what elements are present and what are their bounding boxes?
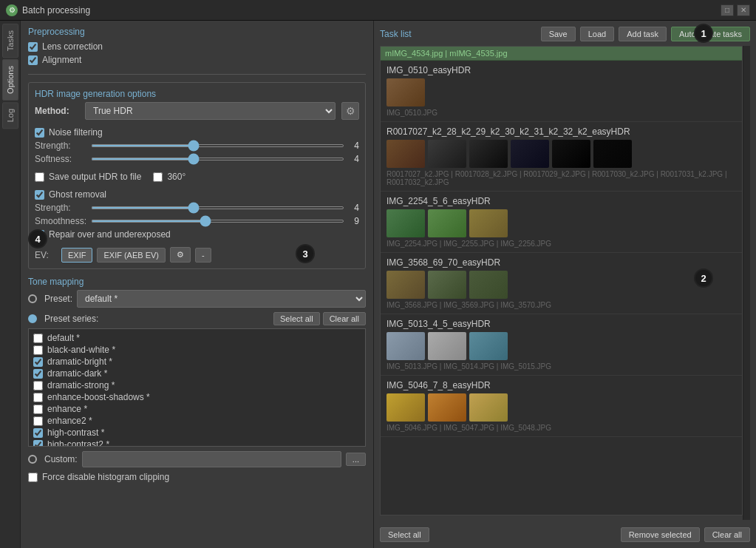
task-item-3[interactable]: IMG_2254_5_6_easyHDR IMG_2254.JPG | IMG_…: [381, 192, 742, 253]
force-row: Force disable histogram clipping: [28, 472, 366, 482]
ev-minus-button[interactable]: -: [195, 248, 211, 263]
preset-select[interactable]: default *: [77, 290, 366, 308]
method-select[interactable]: True HDR Exposure Fusion HDR + TM: [85, 102, 336, 120]
preset-dramatic-strong-label: dramatic-strong *: [47, 380, 115, 390]
window-title: Batch processing: [22, 5, 90, 16]
noise-filtering-row: Noise filtering: [35, 126, 359, 139]
preset-item-dramatic-bright: dramatic-bright *: [32, 356, 362, 368]
task-5-thumb-1: [386, 332, 425, 360]
ghost-strength-slider[interactable]: [91, 206, 344, 209]
remove-selected-button[interactable]: Remove selected: [621, 527, 700, 542]
preset-item-bw: black-and-white *: [32, 344, 362, 356]
preset-default-label: default *: [47, 333, 80, 343]
preset-enhance-checkbox[interactable]: [33, 405, 43, 414]
preset-enhance-boost-checkbox[interactable]: [33, 393, 43, 402]
load-button[interactable]: Load: [580, 27, 614, 41]
noise-softness-value: 4: [349, 154, 359, 164]
360-label: 360°: [167, 172, 185, 182]
preset-clear-all-button[interactable]: Clear all: [323, 312, 366, 325]
lens-correction-row: Lens correction: [28, 40, 366, 53]
close-button[interactable]: ✕: [737, 4, 750, 16]
task-item-4[interactable]: IMG_3568_69_70_easyHDR IMG_3568.JPG | IM…: [381, 253, 742, 314]
task-3-thumb-3: [469, 209, 508, 237]
auto-create-tasks-button[interactable]: Auto create tasks: [671, 27, 750, 41]
preset-dramatic-strong-checkbox[interactable]: [33, 381, 43, 390]
task-2-thumb-4: [511, 140, 549, 168]
custom-input[interactable]: [82, 451, 341, 467]
task-item-2[interactable]: R0017027_k2_28_k2_29_k2_30_k2_31_k2_32_k…: [381, 122, 742, 192]
360-checkbox[interactable]: [153, 172, 163, 182]
preset-dramatic-bright-checkbox[interactable]: [33, 357, 43, 367]
ghost-smoothness-slider[interactable]: [91, 220, 344, 223]
ev-exif-aeb-button[interactable]: EXIF (AEB EV): [97, 248, 166, 263]
alignment-checkbox[interactable]: [28, 55, 38, 65]
method-label: Method:: [35, 106, 79, 116]
custom-browse-button[interactable]: ...: [346, 453, 366, 466]
ev-settings-button[interactable]: ⚙: [170, 247, 191, 263]
task-4-thumb-3: [469, 271, 508, 299]
noise-softness-row: Softness: 4: [35, 152, 359, 166]
method-settings-button[interactable]: ⚙: [341, 102, 359, 120]
task-item-1[interactable]: IMG_0510_easyHDR IMG_0510.JPG: [381, 61, 742, 122]
noise-softness-slider[interactable]: [91, 158, 344, 160]
task-item-5[interactable]: IMG_5013_4_5_easyHDR IMG_5013.JPG | IMG_…: [381, 314, 742, 376]
ev-exif-button[interactable]: EXIF: [61, 248, 92, 263]
task-2-thumb-6: [593, 140, 632, 168]
save-button[interactable]: Save: [541, 27, 576, 41]
preset-select-all-button[interactable]: Select all: [273, 312, 320, 325]
preset-radio[interactable]: [28, 294, 37, 303]
task-bottom-bar: Select all Remove selected Clear all: [380, 524, 750, 542]
tab-log[interactable]: Log: [2, 102, 18, 129]
noise-filtering-checkbox[interactable]: [35, 128, 44, 138]
force-disable-label: Force disable histogram clipping: [42, 472, 169, 482]
active-task-bar: mIMG_4534.jpg | mIMG_4535.jpg: [381, 47, 742, 61]
ghost-removal-checkbox[interactable]: [35, 190, 44, 200]
save-360-row: Save output HDR to file 360°: [35, 170, 359, 183]
force-disable-checkbox[interactable]: [28, 473, 38, 482]
add-task-button[interactable]: Add task: [619, 27, 667, 41]
save-hdr-checkbox[interactable]: [35, 172, 44, 182]
right-panel: Task list Save Load Add task Auto create…: [374, 21, 756, 548]
preset-default-checkbox[interactable]: [33, 334, 43, 343]
window-controls: □ ✕: [721, 4, 750, 16]
preset-series-radio[interactable]: [28, 314, 37, 323]
minimize-button[interactable]: □: [721, 4, 734, 16]
preset-enhance2-checkbox[interactable]: [33, 416, 43, 426]
preset-dramatic-dark-checkbox[interactable]: [33, 369, 43, 379]
repair-checkbox[interactable]: [35, 230, 44, 240]
preset-high-contrast2-checkbox[interactable]: [33, 440, 43, 447]
task-list-header: Task list Save Load Add task Auto create…: [380, 27, 750, 41]
tab-tasks[interactable]: Tasks: [2, 24, 18, 58]
task-list-label: Task list: [380, 29, 412, 39]
task-5-filenames: IMG_5013.JPG | IMG_5014.JPG | IMG_5015.J…: [386, 362, 736, 371]
preset-enhance-label: enhance *: [47, 404, 87, 414]
preprocessing-title: Preprocessing: [28, 27, 366, 37]
tab-options[interactable]: Options: [2, 59, 18, 101]
hdr-options-section: HDR image generation options Method: Tru…: [28, 82, 366, 269]
preset-high-contrast-checkbox[interactable]: [33, 428, 43, 438]
repair-row: Repair over and underexposed: [35, 228, 359, 241]
custom-radio[interactable]: [28, 455, 37, 464]
preset-item-dramatic-strong: dramatic-strong *: [32, 379, 362, 391]
noise-strength-slider[interactable]: [91, 144, 344, 147]
preset-label: Preset:: [44, 294, 72, 304]
lens-correction-checkbox[interactable]: [28, 42, 38, 52]
preset-item-high-contrast: high-contrast *: [32, 427, 362, 439]
select-all-button[interactable]: Select all: [380, 527, 429, 542]
task-6-title: IMG_5046_7_8_easyHDR: [386, 380, 736, 390]
ghost-smoothness-value: 9: [349, 216, 359, 226]
preset-bw-checkbox[interactable]: [33, 345, 43, 355]
scrollbar[interactable]: [743, 46, 750, 520]
repair-label: Repair over and underexposed: [49, 229, 171, 240]
preset-list[interactable]: default * black-and-white * dramatic-bri…: [28, 328, 366, 447]
custom-label: Custom:: [44, 454, 78, 464]
task-6-thumb-3: [469, 393, 508, 422]
task-list-area[interactable]: mIMG_4534.jpg | mIMG_4535.jpg IMG_0510_e…: [380, 46, 743, 515]
clear-all-button[interactable]: Clear all: [704, 527, 750, 542]
360-row: 360°: [153, 170, 185, 183]
task-4-thumb-1: [386, 271, 425, 299]
task-item-6[interactable]: IMG_5046_7_8_easyHDR IMG_5046.JPG | IMG_…: [381, 376, 742, 437]
task-1-filenames: IMG_0510.JPG: [386, 109, 736, 117]
task-5-title: IMG_5013_4_5_easyHDR: [386, 319, 736, 329]
noise-strength-row: Strength: 4: [35, 139, 359, 152]
